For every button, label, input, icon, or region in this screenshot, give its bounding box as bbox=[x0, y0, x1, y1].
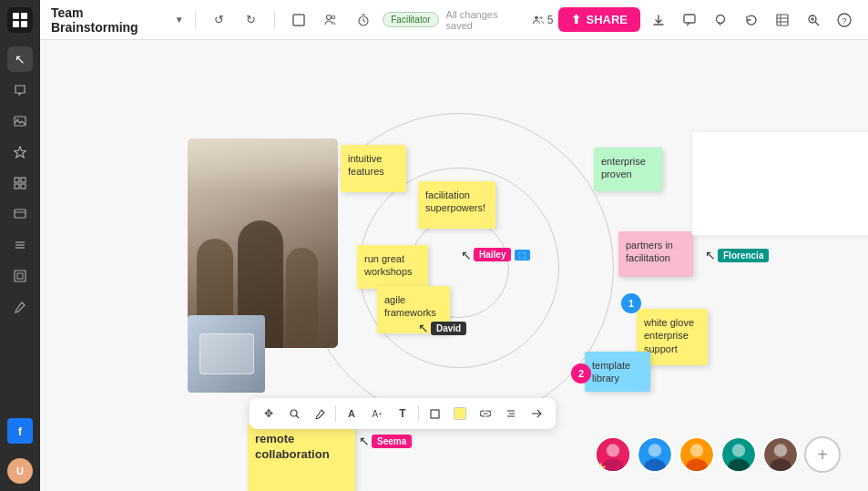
cursor-hailey: ↖ Hailey ⬚ bbox=[461, 248, 530, 261]
avatar-3[interactable] bbox=[679, 436, 715, 473]
sidebar-item-star[interactable] bbox=[7, 139, 33, 165]
cursor-name-seema: Seema bbox=[372, 435, 412, 448]
badge-number-2: 2 bbox=[571, 363, 591, 384]
tool-pen[interactable] bbox=[308, 402, 332, 425]
avatar-1[interactable]: ⭐ bbox=[595, 436, 631, 473]
timer-button[interactable] bbox=[351, 7, 375, 33]
help-button[interactable]: ? bbox=[832, 7, 857, 33]
topbar: Team Brainstorming ▼ ↺ ↻ Facilitator All… bbox=[40, 0, 868, 40]
sidebar-item-pen[interactable] bbox=[7, 294, 33, 320]
participant-avatars: ⭐ + bbox=[595, 436, 841, 473]
document-title[interactable]: Team Brainstorming ▼ bbox=[51, 5, 184, 35]
share-button[interactable]: ⬆ SHARE bbox=[558, 7, 640, 32]
facebook-link[interactable]: f bbox=[7, 418, 33, 444]
zoom-button[interactable] bbox=[801, 7, 826, 33]
sticky-enterprise-proven[interactable]: enterpriseproven bbox=[594, 148, 662, 191]
topbar-right: 5 ⬆ SHARE bbox=[533, 7, 857, 33]
tool-move[interactable]: ✥ bbox=[257, 402, 281, 425]
sidebar-item-layers[interactable] bbox=[7, 232, 33, 258]
svg-line-23 bbox=[363, 21, 365, 22]
add-participant-button[interactable]: + bbox=[804, 436, 841, 473]
svg-point-39 bbox=[291, 410, 297, 416]
canvas-area[interactable]: intuitivefeatures facilitationsuperpower… bbox=[40, 40, 868, 491]
user-count: 5 bbox=[533, 14, 554, 26]
hailey-badge: ⬚ bbox=[515, 250, 530, 261]
avatar-2[interactable] bbox=[637, 436, 673, 473]
people-button[interactable] bbox=[319, 7, 343, 33]
photo-tablet bbox=[188, 315, 265, 393]
svg-point-20 bbox=[332, 15, 335, 19]
svg-rect-29 bbox=[777, 15, 788, 26]
redo-button[interactable]: ↻ bbox=[239, 7, 263, 33]
svg-rect-9 bbox=[15, 184, 19, 189]
sidebar-item-comment[interactable] bbox=[7, 77, 33, 103]
sticky-intuitive-features[interactable]: intuitivefeatures bbox=[341, 145, 406, 192]
svg-rect-16 bbox=[15, 271, 26, 281]
sidebar-item-image[interactable] bbox=[7, 108, 33, 134]
svg-point-28 bbox=[717, 15, 725, 23]
autosave-status: All changes saved bbox=[446, 9, 526, 31]
tool-text-a[interactable]: A bbox=[340, 402, 363, 425]
sticky-remote-collaboration[interactable]: remotecollaboration bbox=[248, 425, 355, 491]
tool-color[interactable] bbox=[448, 402, 472, 425]
cursor-arrow-florencia: ↖ bbox=[705, 248, 716, 262]
cursor-name-david: David bbox=[431, 322, 466, 335]
toolbar-sep-2 bbox=[418, 405, 419, 422]
svg-point-56 bbox=[732, 444, 745, 456]
svg-rect-0 bbox=[13, 13, 19, 19]
svg-rect-27 bbox=[684, 15, 695, 23]
svg-point-59 bbox=[774, 444, 787, 456]
cursor-david: ↖ David bbox=[418, 321, 466, 335]
svg-rect-18 bbox=[293, 15, 304, 26]
frame-mode-button[interactable] bbox=[286, 7, 311, 33]
tool-shape[interactable] bbox=[423, 402, 446, 425]
app-logo[interactable] bbox=[7, 7, 33, 33]
svg-marker-6 bbox=[15, 147, 26, 158]
sticky-run-great-workshops[interactable]: run greatworkshops bbox=[357, 245, 428, 289]
tool-search[interactable] bbox=[282, 402, 306, 425]
user-avatar[interactable]: U bbox=[7, 458, 33, 484]
svg-line-34 bbox=[815, 22, 819, 26]
sidebar-item-frame[interactable] bbox=[7, 263, 33, 289]
tool-text-a-plus[interactable]: A+ bbox=[365, 402, 389, 425]
tool-text-style[interactable]: T bbox=[391, 402, 414, 425]
history-button[interactable] bbox=[739, 7, 764, 33]
star-icon: ⭐ bbox=[595, 463, 606, 473]
topbar-divider-1 bbox=[195, 11, 196, 29]
undo-button[interactable]: ↺ bbox=[207, 7, 231, 33]
sidebar: ↖ f U bbox=[0, 0, 40, 491]
facilitator-badge: Facilitator bbox=[383, 12, 438, 27]
sidebar-item-grid[interactable] bbox=[7, 170, 33, 196]
sticky-facilitation-superpowers[interactable]: facilitationsuperpowers! bbox=[418, 181, 495, 229]
svg-point-26 bbox=[539, 15, 542, 18]
tool-indent[interactable] bbox=[499, 402, 523, 425]
badge-number-1: 1 bbox=[621, 293, 641, 313]
comments-button[interactable] bbox=[708, 7, 733, 33]
svg-point-53 bbox=[690, 444, 703, 456]
svg-rect-7 bbox=[15, 178, 19, 182]
svg-rect-10 bbox=[21, 184, 26, 189]
svg-rect-8 bbox=[21, 178, 26, 182]
sidebar-item-cursor[interactable]: ↖ bbox=[7, 46, 33, 72]
main-area: Team Brainstorming ▼ ↺ ↻ Facilitator All… bbox=[40, 0, 868, 491]
svg-rect-2 bbox=[13, 21, 19, 27]
sticky-partners-facilitation[interactable]: partners infacilitation bbox=[618, 231, 693, 277]
svg-rect-11 bbox=[15, 210, 26, 218]
tool-link[interactable] bbox=[474, 402, 497, 425]
svg-rect-1 bbox=[21, 13, 27, 19]
tool-more[interactable] bbox=[525, 402, 548, 425]
svg-point-19 bbox=[327, 15, 332, 19]
cursor-arrow-seema: ↖ bbox=[359, 434, 370, 448]
svg-point-25 bbox=[535, 15, 538, 19]
table-view-button[interactable] bbox=[770, 7, 795, 33]
chat-button[interactable] bbox=[677, 7, 702, 33]
title-chevron-icon: ▼ bbox=[175, 15, 184, 25]
avatar-4[interactable] bbox=[720, 436, 757, 473]
svg-point-50 bbox=[648, 444, 661, 456]
cursor-arrow-david: ↖ bbox=[418, 321, 429, 335]
topbar-divider-2 bbox=[274, 11, 275, 29]
download-button[interactable] bbox=[646, 7, 671, 33]
sidebar-item-photo[interactable] bbox=[7, 201, 33, 227]
avatar-5[interactable] bbox=[762, 436, 799, 473]
sticky-template-library[interactable]: templatelibrary bbox=[585, 352, 650, 392]
